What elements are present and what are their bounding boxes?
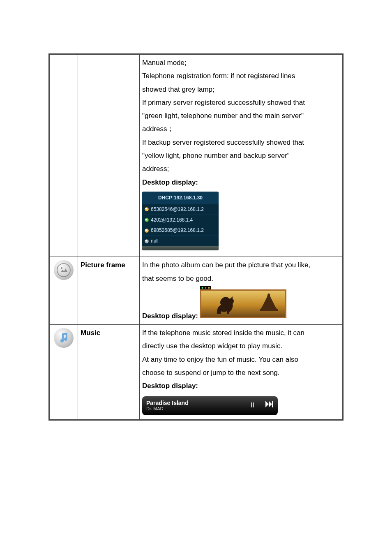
name-cell-picture: Picture frame <box>78 257 140 325</box>
desc-cell-network: Manual mode; Telephone registration form… <box>140 54 343 257</box>
song-artist: Dr. MAD <box>146 406 189 412</box>
status-dot-icon <box>145 239 149 243</box>
svg-point-1 <box>61 267 62 269</box>
pause-button[interactable]: II <box>248 399 256 412</box>
desc-text: Manual mode; <box>142 59 187 67</box>
icon-cell-empty <box>49 54 78 257</box>
desc-text: Telephone registration form: if not regi… <box>142 72 295 80</box>
reg-text: null <box>151 236 159 246</box>
desc-cell-picture: In the photo album can be put the pictur… <box>140 257 343 325</box>
desc-text: If the telephone music stored inside the… <box>142 329 304 337</box>
name-cell-music: Music <box>78 325 140 420</box>
desc-text: "green light, telephone number and the m… <box>142 112 304 120</box>
network-reg-line: 69852685@192.168.1.2 <box>142 225 219 236</box>
desc-text: directly use the desktop widget to play … <box>142 342 282 350</box>
svg-rect-2 <box>272 401 273 407</box>
page: Manual mode; Telephone registration form… <box>0 0 392 445</box>
desktop-display-label: Desktop display: <box>142 178 198 186</box>
name-cell-empty <box>78 54 140 257</box>
desc-text: choose to suspend or jump to the next so… <box>142 369 280 377</box>
desc-text: "yellow light, phone number and backup s… <box>142 152 290 160</box>
network-reg-line: null <box>142 236 219 246</box>
desc-text: If backup server registered successfully… <box>142 139 304 146</box>
table-row: Music If the telephone music stored insi… <box>49 325 343 420</box>
desktop-display-label: Desktop display: <box>142 312 198 320</box>
feature-table: Manual mode; Telephone registration form… <box>48 53 344 421</box>
network-reg-line: 65382546@192.168.1.2 <box>142 204 219 215</box>
icon-cell-picture <box>49 257 78 325</box>
row-title: Music <box>81 329 100 337</box>
desc-text: If primary server registered successfull… <box>142 99 305 106</box>
icon-cell-music <box>49 325 78 420</box>
svg-point-0 <box>57 264 70 277</box>
network-widget: DHCP:192.168.1.30 65382546@192.168.1.2 4… <box>142 192 219 250</box>
network-widget-header: DHCP:192.168.1.30 <box>142 192 219 204</box>
pagoda-icon <box>256 290 281 315</box>
desc-text: In the photo album can be put the pictur… <box>142 261 310 269</box>
desc-text: that seems to be good. <box>142 275 213 282</box>
status-dot-icon <box>145 218 149 222</box>
music-icon <box>54 328 74 348</box>
table-row: Manual mode; Telephone registration form… <box>49 54 343 257</box>
desc-cell-music: If the telephone music stored inside the… <box>140 325 343 420</box>
picture-widget: ● ● ● <box>200 286 286 318</box>
reg-text: 65382546@192.168.1.2 <box>151 205 204 214</box>
reg-text: 4202@192.168.1.4 <box>151 215 193 225</box>
desktop-display-label: Desktop display: <box>142 382 198 390</box>
desc-text: address; <box>142 165 169 173</box>
music-widget: Paradise Island Dr. MAD II <box>142 396 278 415</box>
desc-text: showed that grey lamp; <box>142 86 214 93</box>
network-reg-line: 4202@192.168.1.4 <box>142 215 219 225</box>
music-widget-text: Paradise Island Dr. MAD <box>146 400 189 412</box>
song-title: Paradise Island <box>146 400 189 407</box>
desc-text: At any time to enjoy the fun of music. Y… <box>142 356 298 363</box>
picture-frame-icon <box>54 260 74 280</box>
status-dot-icon <box>145 229 149 233</box>
status-dot-icon <box>145 207 149 211</box>
table-row: Picture frame In the photo album can be … <box>49 257 343 325</box>
reg-text: 69852685@192.168.1.2 <box>151 226 204 235</box>
desc-text: address； <box>142 125 174 133</box>
network-widget-footer <box>142 246 219 250</box>
horse-icon <box>214 294 237 314</box>
row-title: Picture frame <box>81 261 125 269</box>
next-track-button[interactable] <box>265 399 274 412</box>
picture-widget-image <box>200 289 286 318</box>
